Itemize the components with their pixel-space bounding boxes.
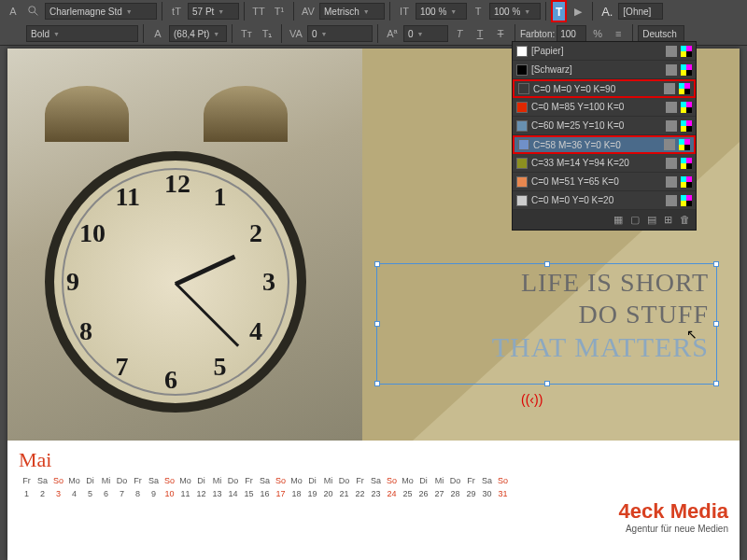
resize-handle[interactable] xyxy=(713,261,719,267)
new-icon[interactable]: ⊞ xyxy=(664,214,672,226)
text-frame[interactable]: LIFE IS SHORT DO STUFF THAT MATTERS xyxy=(376,263,717,385)
trash-icon[interactable]: 🗑 xyxy=(680,214,690,226)
cal-date: 19 xyxy=(304,489,320,498)
resize-handle[interactable] xyxy=(544,261,550,267)
vscale-icon: IT xyxy=(395,3,414,20)
cal-date: 20 xyxy=(320,489,336,498)
swatch-row[interactable]: C=0 M=85 Y=100 K=0 xyxy=(513,98,696,117)
swatch-chip xyxy=(516,46,528,57)
cal-day: Mo xyxy=(289,476,304,485)
resize-handle[interactable] xyxy=(713,381,719,386)
swatch-row[interactable]: C=33 M=14 Y=94 K=20 xyxy=(513,154,696,173)
smallcaps-icon[interactable]: Tт xyxy=(237,25,256,42)
strike-icon[interactable]: T xyxy=(491,25,510,42)
font-size-icon: tT xyxy=(167,3,186,20)
skew-icon[interactable]: T xyxy=(450,25,469,42)
vscale-dropdown[interactable]: 100 %▼ xyxy=(416,3,467,20)
swatch-row[interactable]: C=0 M=51 Y=65 K=0 xyxy=(513,173,696,191)
font-weight-dropdown[interactable]: Bold▼ xyxy=(26,25,138,42)
quote-line-1: LIFE IS SHORT xyxy=(385,268,709,298)
clock-number: 1 xyxy=(214,182,227,212)
font-weight-value: Bold xyxy=(31,29,49,39)
svg-rect-46 xyxy=(686,201,692,206)
control-panel: A Charlemagne Std▼ tT 57 Pt▼ TT T¹ A͏V M… xyxy=(0,0,747,46)
char-style-dropdown[interactable]: [Ohne] xyxy=(618,3,663,20)
resize-handle[interactable] xyxy=(544,381,550,386)
chevron-down-icon: ▼ xyxy=(53,31,60,37)
resize-handle[interactable] xyxy=(713,321,719,327)
clock-face: 121234567891011 xyxy=(45,151,306,413)
font-family-dropdown[interactable]: Charlemagne Std▼ xyxy=(45,3,157,20)
resize-handle[interactable] xyxy=(374,261,380,267)
cal-day: Sa xyxy=(479,476,495,485)
char-panel-icon[interactable]: A xyxy=(4,3,22,20)
panel-menu-icon[interactable]: ▶ xyxy=(569,3,587,20)
cal-day: Do xyxy=(447,476,463,485)
swatch-row[interactable]: C=60 M=25 Y=10 K=0 xyxy=(513,117,696,135)
swatch-row[interactable]: C=58 M=36 Y=0 K=0 xyxy=(513,135,696,154)
svg-rect-43 xyxy=(681,195,686,201)
clock-image[interactable]: 121234567891011 xyxy=(7,49,362,441)
cal-date: 5 xyxy=(82,489,98,498)
svg-rect-13 xyxy=(679,83,684,89)
hscale-dropdown[interactable]: 100 %▼ xyxy=(489,3,541,20)
bell-left xyxy=(45,86,129,142)
color-type-icon xyxy=(681,120,692,132)
language-dropdown[interactable]: Deutsch xyxy=(638,25,684,42)
subscript-icon[interactable]: T₁ xyxy=(258,25,276,42)
swatch-chip xyxy=(516,64,528,76)
svg-rect-7 xyxy=(666,64,677,76)
baseline-dropdown[interactable]: 0▼ xyxy=(403,25,448,42)
toolbar-row-1: A Charlemagne Std▼ tT 57 Pt▼ TT T¹ A͏V M… xyxy=(0,0,747,22)
swatch-row[interactable]: C=0 M=0 Y=0 K=90 xyxy=(513,79,696,98)
resize-handle[interactable] xyxy=(374,381,380,386)
svg-line-1 xyxy=(35,12,38,16)
quote-line-2: DO STUFF xyxy=(385,300,709,329)
svg-rect-34 xyxy=(686,158,692,163)
allcaps-icon[interactable]: TT xyxy=(249,3,268,20)
color-mode-icon xyxy=(666,46,677,57)
fill-color-button[interactable]: T xyxy=(551,0,567,22)
search-icon[interactable] xyxy=(24,3,43,20)
kerning-dropdown[interactable]: Metrisch▼ xyxy=(319,3,385,20)
underline-icon[interactable]: T xyxy=(471,25,489,42)
cal-date: 27 xyxy=(431,489,447,498)
color-mode-icon xyxy=(664,83,675,94)
color-mode-icon xyxy=(666,64,677,76)
svg-rect-38 xyxy=(681,176,686,182)
cal-date: 21 xyxy=(336,489,352,498)
swatches-menu-icon[interactable]: ≡ xyxy=(609,25,627,42)
color-type-icon xyxy=(681,158,692,169)
tracking-dropdown[interactable]: 0▼ xyxy=(307,25,373,42)
superscript-icon[interactable]: T¹ xyxy=(270,3,289,20)
swatches-panel: [Papier][Schwarz]C=0 M=0 Y=0 K=90C=0 M=8… xyxy=(512,41,697,231)
svg-rect-24 xyxy=(686,120,692,126)
cal-day: So xyxy=(273,476,289,485)
cal-day: Fr xyxy=(130,476,146,485)
swatch-folder-icon[interactable]: ▤ xyxy=(647,214,656,226)
cal-date: 7 xyxy=(114,489,130,498)
swatch-row[interactable]: [Schwarz] xyxy=(513,61,696,79)
svg-rect-42 xyxy=(666,195,677,206)
quote-text[interactable]: LIFE IS SHORT DO STUFF THAT MATTERS xyxy=(377,264,716,367)
cal-date: 29 xyxy=(463,489,479,498)
cal-day: Di xyxy=(193,476,209,485)
svg-rect-21 xyxy=(686,107,692,113)
tint-input[interactable] xyxy=(557,25,586,42)
leading-dropdown[interactable]: (68,4 Pt)▼ xyxy=(169,25,227,42)
color-type-icon xyxy=(681,46,692,57)
svg-rect-9 xyxy=(686,64,692,70)
cal-day: Mo xyxy=(66,476,82,485)
new-swatch-icon[interactable]: ▦ xyxy=(613,214,623,226)
swatch-row[interactable]: C=0 M=0 Y=0 K=20 xyxy=(513,191,696,210)
swatch-label: C=60 M=25 Y=10 K=0 xyxy=(531,120,662,131)
swatch-options-icon[interactable]: ▢ xyxy=(630,214,640,226)
font-size-dropdown[interactable]: 57 Pt▼ xyxy=(188,3,239,20)
resize-handle[interactable] xyxy=(374,321,380,327)
color-mode-icon xyxy=(666,176,677,188)
cal-date: 13 xyxy=(209,489,225,498)
svg-rect-28 xyxy=(679,139,684,145)
swatch-row[interactable]: [Papier] xyxy=(513,42,696,61)
chevron-down-icon: ▼ xyxy=(126,8,133,15)
svg-rect-18 xyxy=(681,102,686,107)
